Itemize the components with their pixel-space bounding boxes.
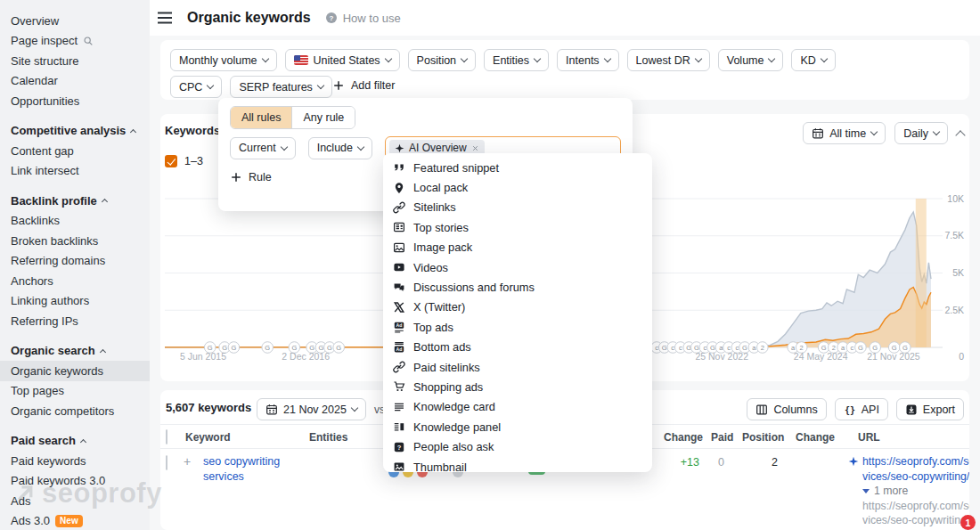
- sidebar-item-backlinks[interactable]: Backlinks: [0, 211, 150, 232]
- video-icon: [393, 261, 405, 273]
- option-label: Top stories: [413, 221, 469, 234]
- sidebar-section-paid-search[interactable]: Paid search: [0, 431, 150, 452]
- collapse-chart-icon[interactable]: [955, 130, 965, 140]
- add-filter-button[interactable]: Add filter: [332, 79, 395, 92]
- sidebar-item-top-pages[interactable]: Top pages: [0, 381, 150, 402]
- serp-feature-option-thumbnail[interactable]: Thumbnail: [383, 457, 652, 472]
- remove-tag-icon[interactable]: [471, 144, 479, 152]
- tab-any-rule[interactable]: Any rule: [291, 107, 355, 128]
- sidebar-item-page-inspect[interactable]: Page inspect: [0, 31, 150, 52]
- col-keyword[interactable]: Keyword: [185, 431, 231, 444]
- export-button[interactable]: Export: [896, 398, 964, 420]
- serp-feature-option-shopping-ads[interactable]: Shopping ads: [383, 377, 652, 396]
- option-label: Videos: [413, 261, 448, 274]
- sidebar-item-opportunities[interactable]: Opportunities: [0, 91, 150, 111]
- select-all-checkbox[interactable]: [166, 429, 167, 444]
- sidebar-item-calendar[interactable]: Calendar: [0, 71, 150, 92]
- sidebar-item-organic-keywords[interactable]: Organic keywords: [0, 361, 150, 381]
- item-label: Content gap: [11, 144, 74, 158]
- serp-feature-option-paid-sitelinks[interactable]: Paid sitelinks: [383, 357, 652, 377]
- serp-feature-option-top-stories[interactable]: Top stories: [383, 217, 652, 237]
- hamburger-menu-icon[interactable]: [157, 12, 173, 24]
- sidebar-item-ads-3-0[interactable]: Ads 3.0New: [0, 511, 150, 530]
- mode-select[interactable]: Include: [308, 137, 372, 159]
- expand-row-icon[interactable]: +: [184, 454, 191, 469]
- sidebar-item-overview[interactable]: Overview: [0, 11, 150, 31]
- sidebar-item-anchors[interactable]: Anchors: [0, 271, 150, 291]
- serp-feature-option-discussions-and-forums[interactable]: Discussions and forums: [383, 277, 652, 297]
- serp-feature-option-image-pack[interactable]: Image pack: [383, 238, 652, 257]
- item-label: Ads 3.0: [11, 514, 50, 527]
- sidebar-item-paid-keywords[interactable]: Paid keywords: [0, 451, 150, 471]
- chat-icon: [393, 281, 405, 294]
- keyword-link[interactable]: seo copywriting services: [203, 454, 297, 485]
- filter-chip-position[interactable]: Position: [408, 49, 476, 71]
- serp-feature-option-top-ads[interactable]: AdTop ads: [383, 317, 652, 337]
- keywords-count: 5,607 keywords: [166, 401, 251, 414]
- filter-chip-intents[interactable]: Intents: [557, 49, 619, 71]
- sidebar-item-referring-domains[interactable]: Referring domains: [0, 251, 150, 272]
- filter-chip-cpc[interactable]: CPC: [170, 76, 222, 98]
- chevron-down-icon: [821, 55, 828, 62]
- col-paid[interactable]: Paid: [711, 431, 733, 444]
- serp-feature-option-people-also-ask[interactable]: ?People also ask: [383, 436, 652, 456]
- tab-all-rules[interactable]: All rules: [231, 107, 291, 128]
- col-entities[interactable]: Entities: [309, 431, 347, 444]
- chart-title: Keywords: [165, 124, 220, 137]
- table-date-button[interactable]: 21 Nov 2025: [257, 398, 366, 420]
- filter-chip-lowest-dr[interactable]: Lowest DR: [627, 49, 710, 71]
- filter-chip-kd[interactable]: KD: [791, 49, 835, 71]
- filter-chip-volume[interactable]: Volume: [718, 49, 784, 71]
- cart-icon: [393, 380, 405, 393]
- sidebar-section-organic-search[interactable]: Organic search: [0, 341, 150, 362]
- sidebar-item-content-gap[interactable]: Content gap: [0, 141, 150, 161]
- sidebar-item-link-intersect[interactable]: Link intersect: [0, 161, 150, 182]
- serp-feature-option-featured-snippet[interactable]: Featured snippet: [383, 158, 652, 177]
- svg-text:G: G: [872, 344, 878, 352]
- sidebar-item-site-structure[interactable]: Site structure: [0, 51, 150, 71]
- serp-feature-option-sitelinks[interactable]: Sitelinks: [383, 198, 652, 217]
- sidebar-item-referring-ips[interactable]: Referring IPs: [0, 311, 150, 331]
- serp-feature-option-local-pack[interactable]: Local pack: [383, 177, 652, 197]
- url-link-line2[interactable]: vices/seo-copywriting/: [862, 469, 969, 485]
- row-checkbox[interactable]: [166, 455, 167, 470]
- svg-text:2: 2: [761, 344, 764, 352]
- chip-label: Monthly volume: [179, 54, 257, 67]
- col-url[interactable]: URL: [858, 431, 880, 444]
- api-button[interactable]: {} API: [835, 398, 888, 420]
- notification-badge[interactable]: 1: [960, 515, 976, 530]
- add-rule-button[interactable]: Rule: [230, 171, 272, 183]
- sidebar-section-competitive-analysis[interactable]: Competitive analysis: [0, 121, 150, 142]
- serp-feature-option-x-twitter[interactable]: X (Twitter): [383, 298, 652, 317]
- show-more-urls[interactable]: 1 more: [862, 484, 969, 499]
- col-position[interactable]: Position: [742, 431, 784, 444]
- col-change-2[interactable]: Change: [796, 431, 835, 444]
- sidebar-item-broken-backlinks[interactable]: Broken backlinks: [0, 231, 150, 251]
- sidebar-section-backlink-profile[interactable]: Backlink profile: [0, 191, 150, 211]
- date-range-button[interactable]: All time: [803, 122, 886, 144]
- sidebar-item-linking-authors[interactable]: Linking authors: [0, 291, 150, 312]
- chevron-down-icon: [695, 55, 702, 62]
- serp-feature-option-knowledge-panel[interactable]: Knowledge panel: [383, 417, 652, 436]
- serp-feature-option-videos[interactable]: Videos: [383, 257, 652, 277]
- granularity-button[interactable]: Daily: [894, 122, 948, 144]
- sidebar-item-ads[interactable]: Ads: [0, 491, 150, 511]
- chevron-down-icon: [357, 143, 364, 150]
- svg-text:{}: {}: [845, 404, 855, 414]
- sidebar-item-organic-competitors[interactable]: Organic competitors: [0, 401, 150, 421]
- url-link-line1[interactable]: https://seoprofy.com/se: [862, 454, 969, 469]
- how-to-use-button[interactable]: ? How to use: [325, 12, 401, 25]
- sidebar-item-paid-keywords-3-0[interactable]: Paid keywords 3.0: [0, 471, 150, 492]
- plus-icon: [230, 171, 242, 183]
- filter-chip-monthly-volume[interactable]: Monthly volume: [170, 49, 277, 71]
- position-1-3-checkbox[interactable]: [165, 155, 177, 167]
- kcard-icon: [393, 401, 405, 413]
- col-change[interactable]: Change: [664, 431, 699, 444]
- filter-chip-serp-features[interactable]: SERP features: [230, 76, 331, 98]
- serp-feature-option-knowledge-card[interactable]: Knowledge card: [383, 397, 652, 417]
- filter-chip-united-states[interactable]: United States: [285, 49, 400, 71]
- columns-button[interactable]: Columns: [747, 398, 826, 420]
- serp-feature-option-bottom-ads[interactable]: AdBottom ads: [383, 338, 652, 357]
- filter-chip-entities[interactable]: Entities: [484, 49, 549, 71]
- scope-select[interactable]: Current: [230, 137, 296, 159]
